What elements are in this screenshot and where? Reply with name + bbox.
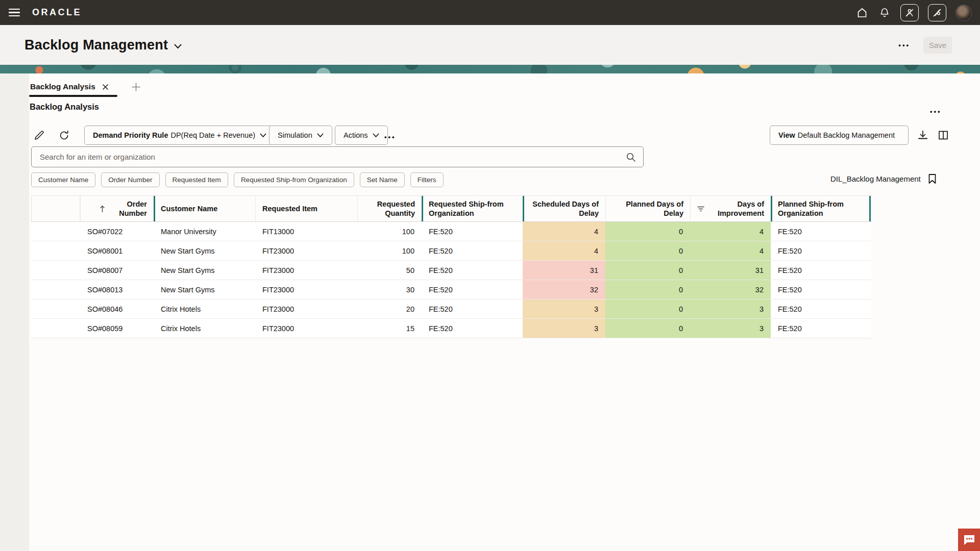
col-header-requested-quantity[interactable]: Requested Quantity — [357, 196, 422, 221]
column-filter-icon[interactable] — [697, 206, 704, 212]
col-label: Scheduled Days of Delay — [530, 199, 599, 218]
simulation-dropdown[interactable]: Simulation — [269, 126, 332, 145]
refresh-icon[interactable] — [56, 128, 71, 143]
sort-ascending-icon[interactable] — [100, 205, 105, 213]
col-header-days-of-improvement[interactable]: Days of Improvement — [690, 196, 771, 221]
requested-quantity-cell: 100 — [357, 241, 422, 260]
backlog-table: Order Number Customer Name Requested Ite… — [31, 195, 871, 338]
col-header-requested-item[interactable]: Requested Item — [255, 196, 357, 221]
chip-requested-item[interactable]: Requested Item — [165, 172, 228, 187]
add-tab-button[interactable] — [132, 83, 140, 91]
global-top-bar: ORACLE — [0, 0, 980, 25]
row-selector-cell[interactable] — [31, 261, 80, 280]
planned-org-cell: FE:520 — [771, 222, 871, 241]
col-label: Requested Ship-from Organization — [429, 199, 516, 218]
header-overflow-menu[interactable]: ••• — [898, 42, 910, 48]
customer-name-cell: New Start Gyms — [154, 261, 255, 280]
col-header-planned-ship-from-organization[interactable]: Planned Ship-from Organization — [771, 196, 871, 221]
table-header-row: Order Number Customer Name Requested Ite… — [31, 195, 871, 222]
order-number-cell: SO#08059 — [80, 319, 154, 338]
col-label: Customer Name — [161, 204, 217, 213]
order-number-cell: SO#08013 — [80, 280, 154, 299]
search-icon[interactable] — [626, 152, 636, 162]
col-label: Planned Days of Delay — [612, 199, 683, 218]
scheduled-delay-cell: 3 — [523, 299, 605, 318]
table-row[interactable]: SO#08001 New Start Gyms FIT23000 100 FE:… — [31, 241, 871, 261]
customer-name-cell: Citrix Hotels — [154, 319, 255, 338]
days-improvement-cell: 31 — [690, 261, 771, 280]
col-label: Planned Ship-from Organization — [778, 199, 863, 218]
days-improvement-cell: 32 — [690, 280, 771, 299]
row-selector-cell[interactable] — [31, 280, 80, 299]
search-input[interactable] — [32, 153, 626, 161]
requested-quantity-cell: 100 — [357, 222, 422, 241]
requested-item-cell: FIT23000 — [255, 299, 357, 318]
chevron-down-icon — [317, 133, 324, 138]
table-row[interactable]: SO#08013 New Start Gyms FIT23000 30 FE:5… — [31, 280, 871, 299]
col-header-planned-days-of-delay[interactable]: Planned Days of Delay — [605, 196, 690, 221]
planned-org-cell: FE:520 — [771, 280, 871, 299]
actions-dropdown[interactable]: Actions — [335, 126, 388, 145]
order-number-cell: SO#08001 — [80, 241, 154, 260]
requested-item-cell: FIT23000 — [255, 280, 357, 299]
save-button[interactable]: Save — [923, 37, 952, 54]
page-title: Backlog Management — [24, 37, 168, 53]
content-area: Backlog Analysis Backlog Analysis ••• De… — [0, 73, 980, 551]
oracle-logo: ORACLE — [32, 7, 82, 18]
tab-close-icon[interactable] — [103, 84, 108, 90]
requested-quantity-cell: 30 — [357, 280, 422, 299]
chip-requested-ship-from-organization[interactable]: Requested Ship-from Organization — [234, 172, 354, 187]
col-header-requested-ship-from-organization[interactable]: Requested Ship-from Organization — [422, 196, 523, 221]
chip-order-number[interactable]: Order Number — [101, 172, 159, 187]
tab-backlog-analysis[interactable]: Backlog Analysis — [29, 77, 117, 97]
row-selector-cell[interactable] — [31, 222, 80, 241]
app-header-actions: ••• Save — [898, 37, 952, 54]
order-number-cell: SO#07022 — [80, 222, 154, 241]
planned-delay-cell: 0 — [605, 299, 690, 318]
split-columns-icon[interactable] — [936, 128, 951, 143]
customer-name-cell: Citrix Hotels — [154, 299, 255, 318]
home-icon[interactable] — [855, 6, 869, 19]
notifications-bell-icon[interactable] — [878, 6, 891, 19]
table-row[interactable]: SO#07022 Manor University FIT13000 100 F… — [31, 222, 871, 241]
row-selector-cell[interactable] — [31, 241, 80, 260]
panel-overflow-menu[interactable]: ••• — [930, 108, 942, 115]
requested-item-cell: FIT23000 — [255, 261, 357, 280]
actions-label: Actions — [344, 131, 368, 139]
col-label: Order Number — [110, 199, 147, 218]
days-improvement-cell: 4 — [690, 241, 771, 260]
chevron-down-icon — [260, 133, 266, 138]
requested-quantity-cell: 20 — [357, 299, 422, 318]
table-row[interactable]: SO#08007 New Start Gyms FIT23000 50 FE:5… — [31, 261, 871, 280]
chat-button[interactable] — [958, 529, 980, 551]
order-number-cell: SO#08007 — [80, 261, 154, 280]
planned-org-cell: FE:520 — [771, 319, 871, 338]
col-header-order-number[interactable]: Order Number — [80, 196, 154, 221]
chip-customer-name[interactable]: Customer Name — [31, 172, 95, 187]
hamburger-menu-icon[interactable] — [9, 9, 20, 17]
user-avatar[interactable] — [955, 5, 972, 21]
view-dropdown[interactable]: ViewDefault Backlog Management — [770, 126, 909, 145]
person-slash-icon[interactable] — [900, 4, 919, 21]
col-header-scheduled-days-of-delay[interactable]: Scheduled Days of Delay — [523, 196, 605, 221]
bookmark-icon[interactable] — [928, 173, 937, 184]
journey-slash-icon[interactable] — [928, 4, 946, 21]
requested-org-cell: FE:520 — [422, 319, 523, 338]
demand-priority-rule-dropdown[interactable]: Demand Priority RuleDP(Req Date + Revenu… — [84, 126, 275, 145]
edit-pencil-icon[interactable] — [31, 128, 46, 143]
chip-filters[interactable]: Filters — [410, 172, 444, 187]
table-row[interactable]: SO#08059 Citrix Hotels FIT23000 15 FE:52… — [31, 319, 871, 338]
table-row[interactable]: SO#08046 Citrix Hotels FIT23000 20 FE:52… — [31, 299, 871, 319]
planned-delay-cell: 0 — [605, 319, 690, 338]
row-selector-cell[interactable] — [31, 299, 80, 318]
toolbar-overflow-menu[interactable]: ••• — [384, 134, 396, 140]
saved-search-name: DIL_Backlog Management — [830, 174, 921, 183]
view-value: Default Backlog Management — [798, 131, 895, 139]
col-header-customer-name[interactable]: Customer Name — [154, 196, 255, 221]
scheduled-delay-cell: 4 — [523, 241, 605, 260]
chip-set-name[interactable]: Set Name — [360, 172, 405, 187]
download-icon[interactable] — [915, 128, 930, 143]
page-title-chevron-down-icon[interactable] — [174, 44, 182, 49]
row-selector-cell[interactable] — [31, 319, 80, 338]
panel-toolbar: Demand Priority RuleDP(Req Date + Revenu… — [0, 126, 980, 145]
